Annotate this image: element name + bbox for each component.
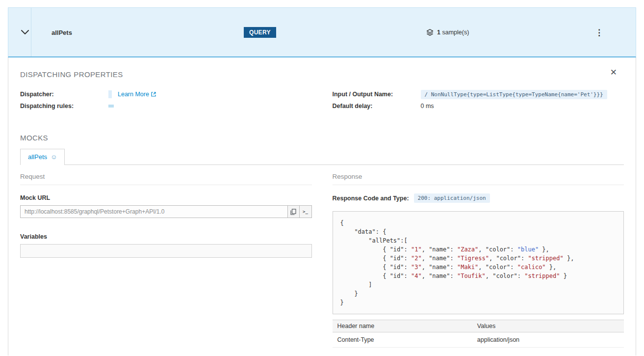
mock-url-group: >_ bbox=[20, 205, 312, 218]
dispatching-rules-label: Dispatching rules: bbox=[20, 103, 108, 110]
response-code-value: 200: application/json bbox=[414, 193, 490, 203]
learn-more-link[interactable]: Learn More bbox=[118, 91, 156, 98]
terminal-icon: >_ bbox=[303, 209, 308, 214]
learn-more-label: Learn More bbox=[118, 91, 149, 98]
samples-label: sample(s) bbox=[442, 29, 469, 36]
dispatching-left-column: Dispatcher: Learn More Dispatching rules… bbox=[20, 88, 312, 112]
operation-name: allPets bbox=[52, 28, 72, 36]
samples-count: 1 bbox=[437, 29, 440, 36]
dispatching-right-column: Input / Output Name: / NonNullType{type=… bbox=[333, 88, 624, 112]
mock-url-label: Mock URL bbox=[20, 194, 312, 201]
response-heading: Response bbox=[333, 173, 624, 185]
io-name-row: Input / Output Name: / NonNullType{type=… bbox=[333, 88, 624, 100]
dispatching-properties-title: DISPATCHING PROPERTIES bbox=[20, 70, 624, 79]
dispatcher-value-badge bbox=[108, 90, 112, 98]
table-column-header: Header name bbox=[333, 320, 472, 332]
mock-status-icon: ☺ bbox=[51, 153, 57, 161]
default-delay-row: Default delay: 0 ms bbox=[333, 100, 624, 112]
mock-url-input[interactable] bbox=[20, 205, 287, 218]
copy-icon bbox=[290, 209, 296, 215]
variables-label: Variables bbox=[20, 233, 312, 240]
try-in-terminal-button[interactable]: >_ bbox=[300, 205, 312, 218]
external-link-icon bbox=[151, 92, 156, 97]
tab-label: allPets bbox=[28, 153, 47, 161]
operation-header: allPets QUERY 1 sample(s) ⋮ bbox=[8, 7, 636, 57]
response-column: Response Response Code and Type: 200: ap… bbox=[333, 173, 624, 348]
default-delay-value: 0 ms bbox=[421, 103, 434, 110]
response-body-code: { "data": { "allPets":[ { "id": "1", "na… bbox=[333, 211, 624, 314]
dispatching-properties-grid: Dispatcher: Learn More Dispatching rules… bbox=[20, 88, 624, 112]
io-name-label: Input / Output Name: bbox=[333, 91, 421, 98]
table-row: Content-Typeapplication/json bbox=[333, 332, 624, 348]
default-delay-label: Default delay: bbox=[333, 103, 421, 110]
response-headers-table: Header nameValues Content-Typeapplicatio… bbox=[333, 320, 624, 348]
samples-indicator: 1 sample(s) bbox=[426, 28, 469, 36]
copy-button[interactable] bbox=[287, 205, 300, 218]
request-response-grid: Request Mock URL >_ Variables bbox=[20, 173, 624, 348]
dispatching-rules-value-badge bbox=[108, 105, 114, 108]
tab-allpets[interactable]: allPets ☺ bbox=[20, 149, 65, 165]
mocks-tab-bar: allPets ☺ bbox=[20, 149, 624, 165]
header-divider bbox=[31, 8, 31, 56]
operation-type-badge: QUERY bbox=[244, 27, 276, 38]
close-icon[interactable]: ✕ bbox=[610, 68, 617, 77]
table-header-row: Header nameValues bbox=[333, 320, 624, 332]
response-code-row: Response Code and Type: 200: application… bbox=[333, 193, 624, 203]
response-code-label: Response Code and Type: bbox=[333, 195, 409, 202]
collapse-chevron-icon[interactable] bbox=[21, 30, 29, 35]
request-heading: Request bbox=[20, 173, 312, 185]
dispatching-rules-row: Dispatching rules: bbox=[20, 100, 312, 112]
dispatcher-row: Dispatcher: Learn More bbox=[20, 88, 312, 100]
variables-input[interactable] bbox=[20, 244, 312, 258]
io-name-value: / NonNullType{type=ListType{type=TypeNam… bbox=[421, 90, 607, 99]
samples-stack-icon bbox=[426, 28, 434, 36]
request-column: Request Mock URL >_ Variables bbox=[20, 173, 312, 348]
table-column-header: Values bbox=[472, 320, 624, 332]
operation-details-panel: ✕ DISPATCHING PROPERTIES Dispatcher: Lea… bbox=[8, 57, 636, 356]
mocks-title: MOCKS bbox=[20, 134, 624, 142]
kebab-menu-icon[interactable]: ⋮ bbox=[595, 28, 603, 36]
dispatcher-label: Dispatcher: bbox=[20, 91, 108, 98]
